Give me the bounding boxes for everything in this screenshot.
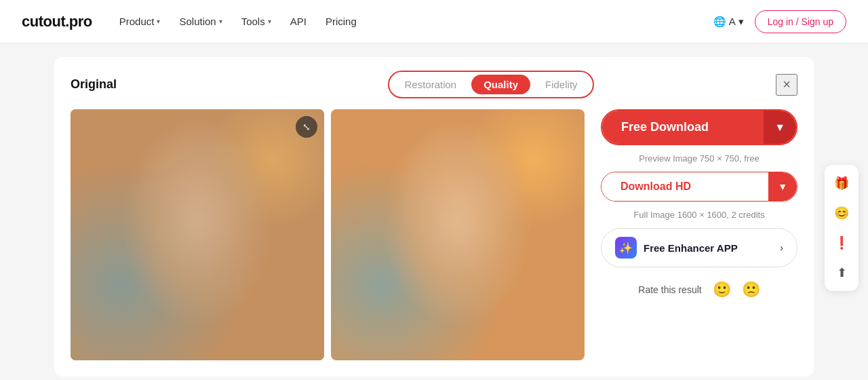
nav-api[interactable]: API	[290, 16, 307, 27]
rate-label: Rate this result	[638, 284, 701, 295]
original-image: ⤡	[71, 109, 324, 360]
login-button[interactable]: Log in / Sign up	[755, 10, 846, 33]
free-download-dropdown[interactable]: ▼	[764, 111, 796, 144]
tab-restoration[interactable]: Restoration	[392, 75, 469, 94]
download-hd-dropdown[interactable]: ▼	[768, 172, 797, 201]
logo[interactable]: cutout.pro	[22, 13, 92, 31]
free-download-wrapper: Free Download ▼	[601, 109, 797, 145]
nav-product[interactable]: Product ▾	[119, 16, 161, 27]
navbar: cutout.pro Product ▾ Solution ▾ Tools ▾ …	[0, 0, 868, 43]
enhancer-chevron-icon: ›	[780, 242, 783, 253]
result-card: Original Restoration Quality Fidelity × …	[54, 57, 814, 377]
nav-pricing[interactable]: Pricing	[326, 16, 357, 27]
enhanced-image	[331, 109, 585, 360]
alert-tool-button[interactable]: ❗	[829, 230, 854, 256]
enhancer-app-button[interactable]: ✨ Free Enhancer APP ›	[601, 228, 797, 267]
free-download-button[interactable]: Free Download	[602, 111, 764, 144]
download-hd-wrapper: Download HD ▼	[601, 172, 797, 202]
thumbs-down-icon[interactable]: 🙁	[742, 281, 760, 299]
side-tools-panel: 🎁 😊 ❗ ⬆	[825, 165, 859, 291]
enhancer-app-label: Free Enhancer APP	[644, 242, 738, 254]
tab-group: Restoration Quality Fidelity	[388, 71, 593, 98]
chevron-icon: ▾	[268, 18, 271, 25]
download-hd-button[interactable]: Download HD	[601, 172, 768, 201]
chevron-icon: ▾	[219, 18, 222, 25]
language-button[interactable]: 🌐 A ▾	[713, 16, 744, 28]
tab-quality[interactable]: Quality	[471, 75, 530, 94]
chevron-icon: ▾	[157, 18, 160, 25]
girl-photo-enhanced	[331, 109, 585, 360]
avatar-tool-button[interactable]: 😊	[829, 200, 854, 226]
upload-tool-button[interactable]: ⬆	[829, 260, 854, 286]
girl-photo-original	[71, 109, 324, 360]
card-top-row: Original Restoration Quality Fidelity ×	[71, 71, 797, 98]
chevron-down-icon: ▼	[778, 181, 787, 192]
nav-solution[interactable]: Solution ▾	[179, 16, 222, 27]
gift-tool-button[interactable]: 🎁	[829, 170, 854, 196]
preview-info-text: Preview Image 750 × 750, free	[601, 153, 797, 164]
enhancer-app-icon: ✨	[615, 237, 637, 259]
right-panel: Free Download ▼ Preview Image 750 × 750,…	[585, 109, 797, 299]
nav-links: Product ▾ Solution ▾ Tools ▾ API Pricing	[119, 16, 713, 27]
nav-right: 🌐 A ▾ Log in / Sign up	[713, 10, 846, 33]
thumbs-up-icon[interactable]: 🙂	[713, 281, 731, 299]
original-label: Original	[71, 77, 206, 92]
main-content: Original Restoration Quality Fidelity × …	[0, 43, 868, 380]
hd-info-text: Full Image 1600 × 1600, 2 credits	[601, 210, 797, 220]
crop-icon[interactable]: ⤡	[296, 116, 317, 138]
rate-row: Rate this result 🙂 🙁	[601, 281, 797, 299]
tab-fidelity[interactable]: Fidelity	[533, 75, 590, 94]
close-button[interactable]: ×	[776, 74, 797, 96]
images-row: ⤡ Free Download ▼ Preview Image 750 × 75…	[71, 109, 797, 360]
nav-tools[interactable]: Tools ▾	[241, 16, 271, 27]
chevron-down-icon: ▼	[774, 121, 785, 134]
